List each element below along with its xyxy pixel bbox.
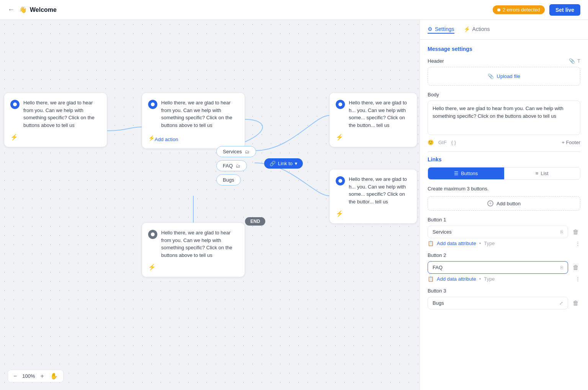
add-data-attr-1: Add data attribute: [437, 240, 476, 246]
zoom-level: 100%: [21, 373, 36, 379]
right-panel: ⚙ Settings ⚡ Actions Message settings He…: [420, 20, 588, 390]
body-toolbar: 🙂 GIF { } + Footer: [428, 140, 580, 145]
page-emoji: 👋: [19, 6, 27, 13]
add-data-attr-2: Add data attribute: [437, 276, 476, 282]
node-3-icon: [336, 100, 345, 109]
node-5-text: Hello there, we are glad to hear from yo…: [161, 229, 238, 259]
paperclip-icon[interactable]: 📎: [569, 58, 575, 64]
link-to-text: Link to: [278, 161, 292, 166]
errors-text: 2 errors detected: [503, 7, 540, 13]
code-label[interactable]: { }: [451, 140, 456, 145]
tab-list-label: List: [541, 171, 548, 176]
footer-label: + Footer: [562, 140, 580, 145]
add-button-btn[interactable]: + Add button: [428, 196, 580, 211]
tab-settings[interactable]: ⚙ Settings: [428, 26, 454, 34]
node-2-footer: ⚡ Add action: [148, 133, 238, 142]
page-title-text: Welcome: [30, 6, 57, 13]
zoom-in-button[interactable]: +: [38, 372, 46, 380]
button2-delete-btn[interactable]: 🗑: [571, 263, 580, 273]
tab-actions[interactable]: ⚡ Actions: [464, 26, 490, 34]
pill-faq-icon: 🗂: [236, 163, 240, 169]
errors-dot: [497, 8, 500, 11]
body-textarea[interactable]: [428, 101, 580, 135]
add-circle-icon: +: [487, 200, 493, 206]
button1-label: Button 1: [428, 217, 580, 223]
button3-row: Bugs ⤢ 🗑: [428, 297, 580, 309]
svg-point-4: [151, 232, 155, 236]
data-attr-icon-2: 📋: [428, 276, 434, 282]
bolt-icon-1: ⚡: [10, 133, 18, 141]
upload-icon: 📎: [488, 73, 494, 79]
node-2-icon: [148, 100, 157, 109]
node-1: Hello there, we are glad to hear from yo…: [4, 93, 107, 147]
links-title: Links: [428, 156, 580, 162]
chevron-down-icon: ▾: [295, 161, 297, 166]
bolt-icon-3: ⚡: [336, 133, 343, 141]
button1-copy-icon[interactable]: ⎘: [560, 229, 563, 235]
body-label: Body: [428, 92, 580, 98]
pill-faq[interactable]: FAQ 🗂: [216, 160, 247, 171]
node-1-header: Hello there, we are glad to hear from yo…: [10, 99, 101, 129]
svg-point-3: [338, 179, 342, 183]
node-5: Hello there, we are glad to hear from yo…: [142, 223, 245, 277]
panel-tabs: ⚙ Settings ⚡ Actions: [420, 20, 588, 40]
bullet-2: •: [479, 276, 481, 282]
button3-value: Bugs: [433, 300, 559, 306]
button3-label: Button 3: [428, 288, 580, 294]
tab-list-btn[interactable]: ≡ List: [504, 167, 580, 179]
gif-icon[interactable]: 🙂: [428, 140, 434, 145]
upload-label: Upload file: [497, 73, 520, 79]
button2-label: Button 2: [428, 252, 580, 258]
node-1-text: Hello there, we are glad to hear from yo…: [23, 99, 101, 129]
node-2-text: Hello there, we are glad to hear from yo…: [161, 99, 238, 129]
link-to-button[interactable]: 🔗 Link to ▾: [264, 158, 303, 169]
main-layout: Hello there, we are glad to hear from yo…: [0, 20, 588, 390]
list-icon: ≡: [536, 171, 539, 176]
upload-area[interactable]: 📎 Upload file: [428, 67, 580, 86]
tab-settings-label: Settings: [435, 26, 454, 32]
node-4-footer: ⚡: [336, 210, 411, 217]
button2-input[interactable]: FAQ ⎘: [428, 261, 568, 274]
data-type-2: Type: [484, 276, 495, 282]
header-field-label: Header 📎 T: [428, 58, 580, 64]
tab-switcher: ☰ Buttons ≡ List: [428, 167, 580, 180]
node-5-header: Hello there, we are glad to hear from yo…: [148, 229, 238, 259]
button1-row: Services ⎘ 🗑: [428, 226, 580, 238]
more-icon-2[interactable]: ⋮: [575, 276, 580, 282]
node-1-icon: [10, 100, 20, 109]
back-button[interactable]: ←: [8, 6, 15, 14]
panel-content: Message settings Header 📎 T 📎 Upload fil…: [420, 40, 588, 390]
pill-services[interactable]: Services 🗂: [216, 146, 256, 157]
pill-bugs[interactable]: Bugs: [216, 174, 241, 185]
data-attr-row-1[interactable]: 📋 Add data attribute • Type ⋮: [428, 240, 580, 246]
errors-badge: 2 errors detected: [493, 5, 545, 14]
button2-copy-icon[interactable]: ⎘: [560, 265, 563, 270]
node-5-icon: [148, 230, 157, 239]
node-2: Hello there, we are glad to hear from yo…: [142, 93, 245, 149]
button-pills: Services 🗂 FAQ 🗂 Bugs: [216, 146, 256, 185]
button2-row: FAQ ⎘ 🗑: [428, 261, 580, 274]
node-3: Hello there, we are glad to h... you. Ca…: [329, 93, 417, 147]
button3-delete-btn[interactable]: 🗑: [571, 298, 580, 308]
tab-buttons-btn[interactable]: ☰ Buttons: [428, 167, 504, 179]
set-live-button[interactable]: Set live: [549, 4, 580, 16]
text-icon[interactable]: T: [577, 58, 580, 64]
svg-point-2: [338, 102, 342, 106]
button3-input[interactable]: Bugs ⤢: [428, 297, 568, 309]
gif-label[interactable]: GIF: [438, 140, 447, 145]
zoom-out-button[interactable]: −: [11, 372, 19, 380]
data-attr-row-2[interactable]: 📋 Add data attribute • Type ⋮: [428, 276, 580, 282]
footer-add[interactable]: + Footer: [562, 140, 580, 145]
create-max-text: Create maximum 3 buttons.: [428, 186, 580, 192]
page-title: 👋 Welcome: [19, 6, 57, 13]
button1-input[interactable]: Services ⎘: [428, 226, 568, 238]
hand-tool-button[interactable]: ✋: [48, 372, 60, 380]
button1-delete-btn[interactable]: 🗑: [571, 227, 580, 237]
add-action-link[interactable]: Add action: [155, 136, 178, 142]
canvas-area[interactable]: Hello there, we are glad to hear from yo…: [0, 20, 420, 390]
data-type-1: Type: [484, 240, 495, 246]
more-icon-1[interactable]: ⋮: [575, 240, 580, 246]
button3-expand-icon[interactable]: ⤢: [559, 301, 563, 306]
topbar-right: 2 errors detected Set live: [493, 4, 580, 16]
bolt-icon-2: ⚡: [148, 135, 155, 141]
